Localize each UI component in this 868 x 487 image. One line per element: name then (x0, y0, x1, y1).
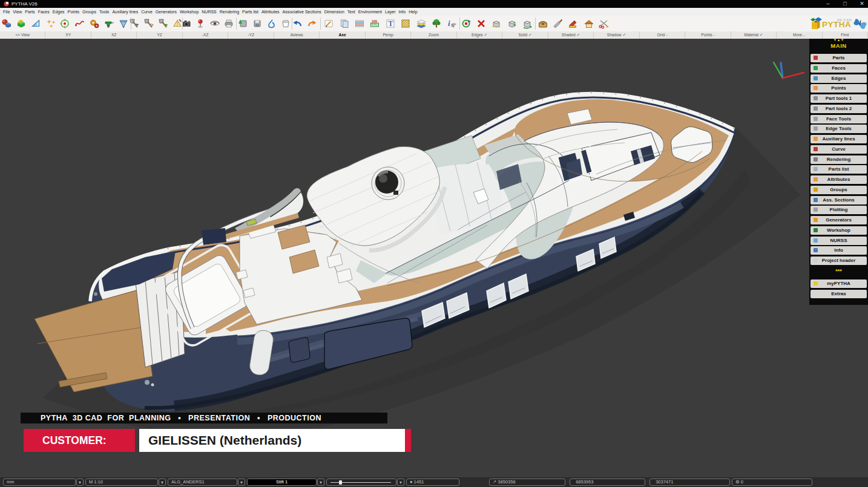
svg-text:T: T (388, 19, 393, 28)
svg-text:3D·CAD: 3D·CAD (837, 18, 852, 22)
svg-text:i: i (448, 19, 450, 28)
svg-text:100: 100 (372, 19, 377, 23)
